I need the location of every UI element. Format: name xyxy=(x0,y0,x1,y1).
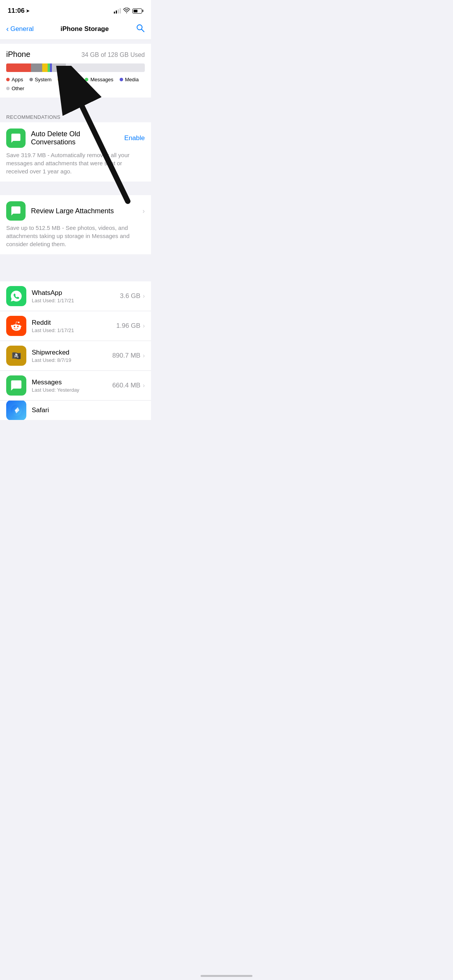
legend-label-photos: Photos xyxy=(63,77,79,82)
messages-name: Messages xyxy=(32,379,107,386)
auto-delete-top: Auto Delete Old Conversations Enable xyxy=(6,128,145,148)
time-text: 11:06 xyxy=(8,7,24,15)
app-row-shipwrecked[interactable]: 🏴‍☠️ Shipwrecked Last Used: 8/7/19 890.7… xyxy=(0,341,151,371)
signal-bar-4 xyxy=(120,8,121,14)
auto-delete-icon xyxy=(6,128,26,148)
reddit-size-row: 1.96 GB › xyxy=(116,322,145,330)
legend-messages: Messages xyxy=(85,77,113,82)
whatsapp-icon xyxy=(6,286,26,306)
legend-dot-apps xyxy=(6,78,10,81)
svg-point-0 xyxy=(126,12,127,13)
section-gap-3 xyxy=(0,254,151,268)
signal-bar-2 xyxy=(116,10,117,14)
legend-media: Media xyxy=(120,77,139,82)
reddit-icon xyxy=(6,316,26,336)
storage-section: iPhone 34 GB of 128 GB Used Apps System … xyxy=(0,44,151,98)
app-row-safari[interactable]: Safari xyxy=(0,401,151,420)
review-chevron-icon: › xyxy=(142,207,145,215)
safari-name: Safari xyxy=(32,406,145,414)
back-button[interactable]: ‹ General xyxy=(6,25,34,33)
back-chevron-icon: ‹ xyxy=(6,24,9,33)
legend-dot-photos xyxy=(58,78,61,81)
legend-label-system: System xyxy=(35,77,51,82)
app-row-whatsapp[interactable]: WhatsApp Last Used: 1/17/21 3.6 GB › xyxy=(0,281,151,311)
signal-bars xyxy=(114,8,121,14)
legend-other: Other xyxy=(6,86,24,91)
shipwrecked-info: Shipwrecked Last Used: 8/7/19 xyxy=(32,349,107,363)
shipwrecked-size: 890.7 MB xyxy=(112,352,141,360)
storage-header: iPhone 34 GB of 128 GB Used xyxy=(6,50,145,59)
review-icon xyxy=(6,201,26,221)
whatsapp-info: WhatsApp Last Used: 1/17/21 xyxy=(32,289,115,303)
section-gap-2 xyxy=(0,182,151,195)
legend-photos: Photos xyxy=(58,77,79,82)
nav-bar: ‹ General iPhone Storage xyxy=(0,19,151,40)
legend-apps: Apps xyxy=(6,77,23,82)
legend-label-other: Other xyxy=(12,86,24,91)
review-attachments-card[interactable]: Review Large Attachments › Save up to 51… xyxy=(0,195,151,254)
auto-delete-title: Auto Delete Old Conversations xyxy=(31,130,124,146)
location-icon: ➤ xyxy=(26,9,29,14)
svg-point-9 xyxy=(15,409,17,411)
messages-size-row: 660.4 MB › xyxy=(112,382,145,389)
app-row-reddit[interactable]: Reddit Last Used: 1/17/21 1.96 GB › xyxy=(0,311,151,341)
messages-size: 660.4 MB xyxy=(112,382,141,389)
wifi-icon xyxy=(123,8,130,14)
bar-other xyxy=(52,63,66,72)
battery-icon xyxy=(132,9,143,14)
storage-legend: Apps System Photos Messages Media Other xyxy=(6,77,145,91)
review-top: Review Large Attachments › xyxy=(6,201,145,221)
review-left: Review Large Attachments xyxy=(6,201,114,221)
legend-label-media: Media xyxy=(125,77,139,82)
app-row-messages[interactable]: Messages Last Used: Yesterday 660.4 MB › xyxy=(0,371,151,401)
shipwrecked-icon: 🏴‍☠️ xyxy=(6,346,26,366)
review-title: Review Large Attachments xyxy=(31,207,114,215)
apps-section: WhatsApp Last Used: 1/17/21 3.6 GB › Red… xyxy=(0,281,151,420)
recommendations-header: RECOMMENDATIONS xyxy=(0,111,151,122)
signal-bar-1 xyxy=(114,12,115,14)
storage-used-text: 34 GB of 128 GB Used xyxy=(81,51,145,58)
safari-info: Safari xyxy=(32,406,145,414)
legend-dot-messages xyxy=(85,78,88,81)
whatsapp-size-row: 3.6 GB › xyxy=(120,292,145,300)
signal-bar-3 xyxy=(118,9,119,14)
storage-bar xyxy=(6,63,145,72)
back-label: General xyxy=(10,25,34,33)
shipwrecked-name: Shipwrecked xyxy=(32,349,107,356)
bar-system xyxy=(31,63,42,72)
legend-dot-system xyxy=(29,78,33,81)
shipwrecked-chevron-icon: › xyxy=(143,352,145,359)
legend-label-apps: Apps xyxy=(12,77,23,82)
bar-apps xyxy=(6,63,31,72)
whatsapp-last-used: Last Used: 1/17/21 xyxy=(32,298,115,303)
shipwrecked-last-used: Last Used: 8/7/19 xyxy=(32,357,107,363)
auto-delete-desc: Save 319.7 MB - Automatically removes al… xyxy=(6,151,145,175)
legend-dot-other xyxy=(6,87,10,90)
auto-delete-left: Auto Delete Old Conversations xyxy=(6,128,124,148)
legend-system: System xyxy=(29,77,51,82)
status-icons xyxy=(114,8,143,14)
messages-last-used: Last Used: Yesterday xyxy=(32,387,107,393)
messages-chevron-icon: › xyxy=(143,382,145,389)
search-button[interactable] xyxy=(136,23,145,35)
status-time: 11:06 ➤ xyxy=(8,7,29,15)
legend-dot-media xyxy=(120,78,123,81)
whatsapp-name: WhatsApp xyxy=(32,289,115,297)
reddit-name: Reddit xyxy=(32,319,111,327)
messages-app-icon xyxy=(6,375,26,396)
review-desc: Save up to 512.5 MB - See photos, videos… xyxy=(6,224,145,248)
reddit-size: 1.96 GB xyxy=(116,322,140,330)
reddit-chevron-icon: › xyxy=(143,322,145,329)
section-gap-1 xyxy=(0,98,151,111)
svg-text:🏴‍☠️: 🏴‍☠️ xyxy=(12,351,21,360)
status-bar: 11:06 ➤ xyxy=(0,0,151,19)
device-name: iPhone xyxy=(6,50,30,59)
shipwrecked-size-row: 890.7 MB › xyxy=(112,352,145,360)
whatsapp-chevron-icon: › xyxy=(143,293,145,300)
reddit-info: Reddit Last Used: 1/17/21 xyxy=(32,319,111,333)
reddit-last-used: Last Used: 1/17/21 xyxy=(32,327,111,333)
legend-label-messages: Messages xyxy=(90,77,113,82)
safari-icon xyxy=(6,401,26,420)
auto-delete-enable-button[interactable]: Enable xyxy=(124,134,145,142)
auto-delete-card[interactable]: Auto Delete Old Conversations Enable Sav… xyxy=(0,122,151,182)
